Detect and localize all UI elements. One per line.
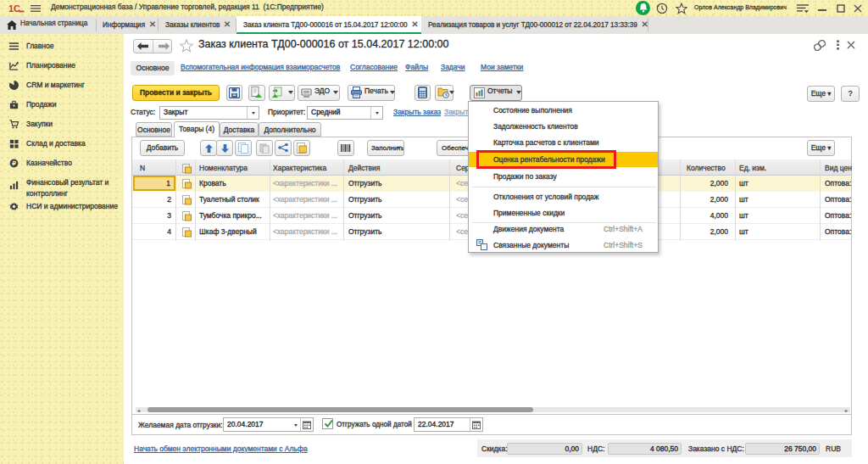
svg-text:₽: ₽ — [12, 159, 16, 167]
svg-text:1С: 1С — [8, 3, 20, 13]
